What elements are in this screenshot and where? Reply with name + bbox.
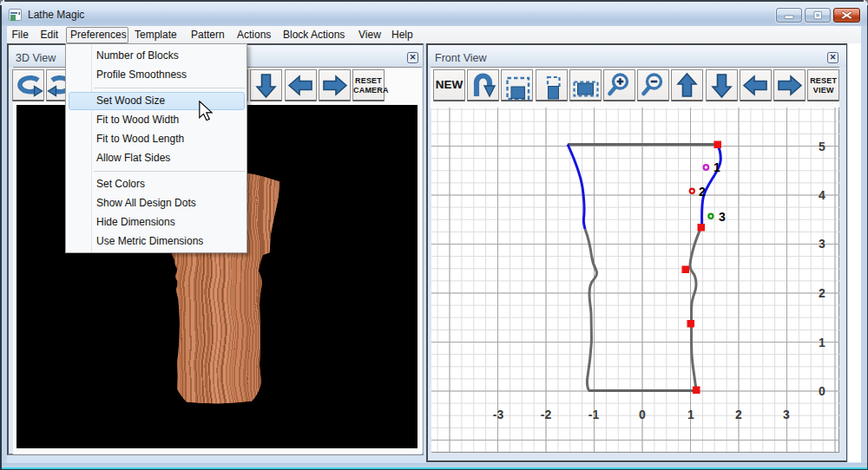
svg-text:2: 2 (819, 286, 825, 300)
svg-text:-3: -3 (493, 408, 504, 421)
svg-text:2: 2 (735, 408, 742, 421)
svg-text:2: 2 (699, 185, 706, 199)
svg-text:5: 5 (819, 140, 825, 153)
svg-text:3: 3 (719, 210, 726, 224)
svg-text:3: 3 (783, 408, 790, 421)
svg-text:1: 1 (687, 408, 694, 421)
svg-text:1: 1 (819, 336, 825, 349)
svg-text:4: 4 (819, 188, 825, 202)
svg-text:1: 1 (713, 160, 720, 174)
svg-text:3: 3 (819, 237, 825, 251)
svg-text:0: 0 (639, 408, 646, 421)
svg-text:0: 0 (819, 384, 825, 398)
svg-text:-2: -2 (541, 408, 552, 421)
svg-text:-1: -1 (589, 408, 600, 421)
